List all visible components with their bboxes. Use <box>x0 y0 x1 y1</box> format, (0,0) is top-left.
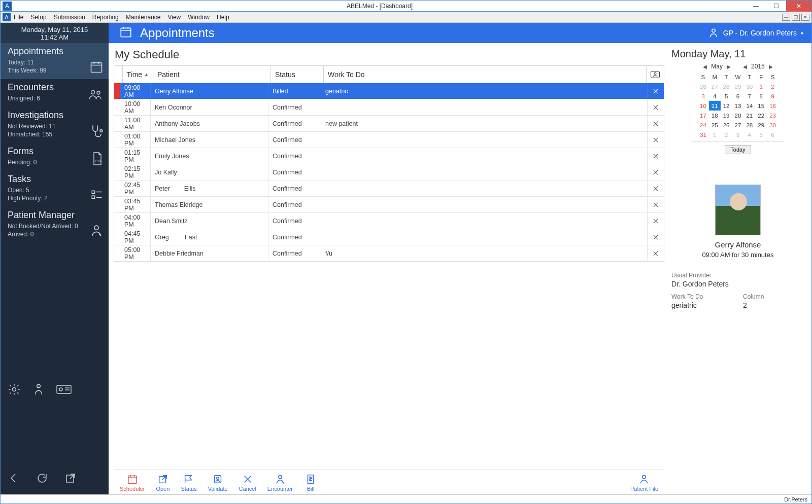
calendar-day[interactable]: 4 <box>743 130 755 139</box>
calendar-day[interactable]: 7 <box>743 91 755 101</box>
table-row[interactable]: 10:00 AMKen OconnorConfirmed <box>114 99 664 116</box>
calendar-day[interactable]: 17 <box>697 111 709 120</box>
calendar-day[interactable]: 30 <box>767 120 779 130</box>
action-patient-file[interactable]: Patient File <box>630 474 658 492</box>
calendar-day[interactable]: 11 <box>709 101 721 111</box>
col-card-header[interactable] <box>647 66 664 83</box>
calendar-year[interactable]: 2015 <box>751 63 765 70</box>
calendar-day[interactable]: 1 <box>755 82 767 91</box>
calendar-day[interactable]: 20 <box>732 111 744 120</box>
doc-close-button[interactable]: ✕ <box>801 14 809 21</box>
calendar-day[interactable]: 5 <box>721 91 732 101</box>
calendar-day[interactable]: 3 <box>697 91 709 101</box>
col-patient-header[interactable]: Patient <box>153 66 271 83</box>
calendar-day[interactable]: 4 <box>709 91 721 101</box>
calendar-day[interactable]: 30 <box>743 82 755 91</box>
close-button[interactable]: ✕ <box>786 1 811 12</box>
col-status-header[interactable]: Status <box>271 66 324 83</box>
calendar-day[interactable]: 26 <box>721 120 732 130</box>
menu-maintenance[interactable]: Maintenance <box>126 14 161 21</box>
calendar-day[interactable]: 1 <box>709 130 721 139</box>
calendar-day[interactable]: 21 <box>743 111 755 120</box>
table-row[interactable]: 02:15 PMJo KallyConfirmed <box>114 164 664 181</box>
prev-month-icon[interactable]: ◀ <box>703 64 707 69</box>
row-cancel-button[interactable] <box>648 116 664 131</box>
calendar-day[interactable]: 6 <box>767 130 779 139</box>
col-time-header[interactable]: Time▲ <box>123 66 153 83</box>
calendar-day[interactable]: 14 <box>743 101 755 111</box>
calendar-day[interactable]: 2 <box>721 130 732 139</box>
row-cancel-button[interactable] <box>648 197 664 212</box>
action-bill[interactable]: Bill <box>304 474 317 492</box>
calendar-day[interactable]: 27 <box>732 120 744 130</box>
provider-selector[interactable]: GP - Dr. Gordon Peters ▾ <box>708 27 803 39</box>
row-cancel-button[interactable] <box>648 245 664 261</box>
table-row[interactable]: 04:00 PMDean SmitzConfirmed <box>114 213 664 229</box>
row-cancel-button[interactable] <box>648 229 664 245</box>
calendar-day[interactable]: 28 <box>721 82 732 91</box>
next-month-icon[interactable]: ▶ <box>727 64 731 69</box>
calendar-day[interactable]: 29 <box>732 82 744 91</box>
row-cancel-button[interactable] <box>648 148 664 164</box>
menu-view[interactable]: View <box>167 14 181 21</box>
calendar-day[interactable]: 2 <box>767 82 779 91</box>
prev-year-icon[interactable]: ◀ <box>743 64 747 69</box>
calendar-day[interactable]: 3 <box>732 130 744 139</box>
calendar-day[interactable]: 10 <box>697 101 709 111</box>
maximize-button[interactable]: ☐ <box>766 1 786 12</box>
calendar-day[interactable]: 27 <box>709 82 721 91</box>
calendar-day[interactable]: 5 <box>755 130 767 139</box>
calendar-day[interactable]: 9 <box>767 91 779 101</box>
doc-minimize-button[interactable]: — <box>782 14 790 21</box>
calendar-day[interactable]: 23 <box>767 111 779 120</box>
back-icon[interactable] <box>8 472 20 486</box>
row-cancel-button[interactable] <box>648 213 664 229</box>
table-row[interactable]: 09:00 AMGerry AlfonseBilledgeriatric <box>114 83 664 99</box>
calendar-day[interactable]: 31 <box>697 130 709 139</box>
calendar-day[interactable]: 22 <box>755 111 767 120</box>
today-button[interactable]: Today <box>725 145 751 154</box>
action-open[interactable]: Open <box>156 474 170 492</box>
action-cancel[interactable]: Cancel <box>239 474 256 492</box>
table-row[interactable]: 11:00 AMAnthony JacobsConfirmednew patie… <box>114 116 664 132</box>
sidebar-item-encounters[interactable]: EncountersUnsigned: 6 <box>1 79 109 107</box>
table-row[interactable]: 02:45 PMPeter EllisConfirmed <box>114 181 664 197</box>
id-card-icon[interactable] <box>56 383 72 398</box>
calendar-day[interactable]: 12 <box>721 101 732 111</box>
calendar-day[interactable]: 29 <box>755 120 767 130</box>
calendar-month[interactable]: May <box>711 63 723 70</box>
row-cancel-button[interactable] <box>648 164 664 180</box>
calendar-day[interactable]: 26 <box>697 82 709 91</box>
row-cancel-button[interactable] <box>648 99 664 115</box>
menu-window[interactable]: Window <box>188 14 210 21</box>
col-work-header[interactable]: Work To Do <box>324 66 647 83</box>
calendar-day[interactable]: 18 <box>709 111 721 120</box>
table-row[interactable]: 03:45 PMThomas EldridgeConfirmed <box>114 197 664 213</box>
calendar-day[interactable]: 24 <box>697 120 709 130</box>
table-row[interactable]: 01:00 PMMichael JonesConfirmed <box>114 132 664 148</box>
menu-file[interactable]: File <box>14 14 23 21</box>
settings-icon[interactable] <box>8 383 21 398</box>
refresh-icon[interactable] <box>36 472 48 486</box>
action-status[interactable]: Status <box>181 474 196 492</box>
table-row[interactable]: 05:00 PMDebbie FriedmanConfirmedf/u <box>114 245 664 262</box>
table-row[interactable]: 04:45 PMGreg FastConfirmed <box>114 229 664 245</box>
action-encounter[interactable]: Encounter <box>267 474 293 492</box>
sidebar-item-forms[interactable]: FormsPending: 0PDF <box>1 143 109 171</box>
calendar-day[interactable]: 16 <box>767 101 779 111</box>
menu-submission[interactable]: Submission <box>54 14 85 21</box>
action-validate[interactable]: Validate <box>208 474 228 492</box>
row-cancel-button[interactable] <box>648 132 664 148</box>
calendar-day[interactable]: 19 <box>721 111 732 120</box>
calendar-day[interactable]: 25 <box>709 120 721 130</box>
calendar-day[interactable]: 6 <box>732 91 744 101</box>
row-cancel-button[interactable] <box>648 181 664 196</box>
figure-icon[interactable] <box>32 383 45 398</box>
sidebar-item-investigations[interactable]: InvestigationsNot Reviewed: 11Unmatched:… <box>1 107 109 143</box>
open-external-icon[interactable] <box>64 472 77 486</box>
doc-restore-button[interactable]: ❐ <box>792 14 800 21</box>
table-row[interactable]: 01:15 PMEmily JonesConfirmed <box>114 148 664 164</box>
minimize-button[interactable]: — <box>746 1 766 12</box>
calendar-day[interactable]: 8 <box>755 91 767 101</box>
sidebar-item-tasks[interactable]: TasksOpen: 5High Priority: 2 <box>1 171 109 207</box>
